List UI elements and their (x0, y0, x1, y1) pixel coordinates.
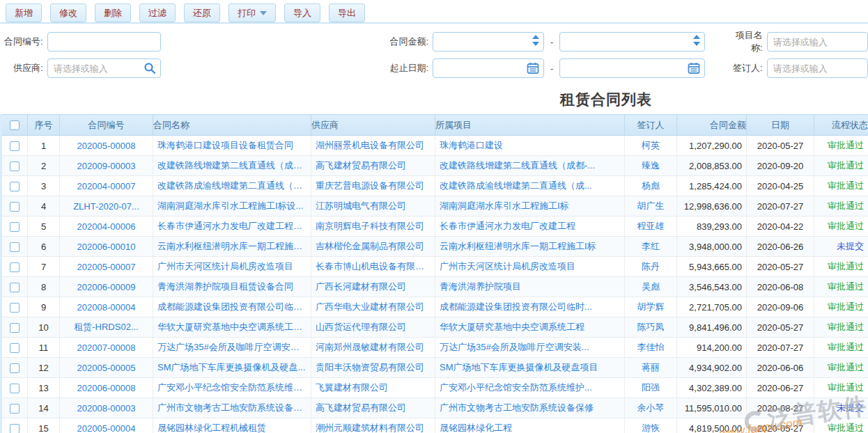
cell-signer[interactable]: 程亚雄 (625, 216, 677, 237)
cell-contract-name[interactable]: 广州市天河区统计局机房改造项目 (153, 257, 311, 277)
cell-project[interactable]: 改建铁路成渝线增建第二直通线（成... (435, 176, 625, 196)
cell-signer[interactable]: 胡学辉 (625, 297, 677, 317)
cell-supplier[interactable]: 贵阳丰沃物资贸易有限公司 (311, 358, 435, 378)
cell-project[interactable]: 广州市天河区统计局机房改造项目 (435, 257, 625, 277)
table-row[interactable]: 10租赁-HRDS02...华软大厦研究基地中央空调系统工程...山西货运代理有… (1, 317, 868, 338)
cell-contract-code[interactable]: 202005-00008 (60, 136, 153, 156)
table-row[interactable]: 11202007-00008万达广场35#会所及咖啡厅空调安装...河南郑州晟敏… (1, 338, 868, 358)
cell-project[interactable]: 万达广场35#会所及咖啡厅空调安装... (435, 338, 625, 358)
cell-supplier[interactable]: 高飞建材贸易有限公司 (311, 156, 435, 176)
cell-contract-code[interactable]: 202006-00009 (60, 277, 153, 297)
cell-signer[interactable]: 吴彪 (625, 277, 677, 297)
cell-contract-name[interactable]: 华软大厦研究基地中央空调系统工程... (153, 317, 311, 338)
cell-flow-status[interactable]: 审批通过 (814, 317, 868, 338)
row-checkbox[interactable] (10, 404, 20, 414)
cell-contract-code[interactable]: 202005-00007 (60, 257, 153, 277)
cell-contract-name[interactable]: 改建铁路成渝线增建第二直通线（成... (153, 176, 311, 196)
contract-no-input[interactable] (47, 32, 161, 52)
row-checkbox[interactable] (10, 384, 20, 393)
table-row[interactable]: 3202004-00007改建铁路成渝线增建第二直通线（成...重庆艺普电源设备… (1, 176, 868, 196)
row-checkbox[interactable] (10, 363, 20, 373)
cell-flow-status[interactable]: 审批通过 (814, 378, 868, 398)
cell-contract-code[interactable]: 202008-00004 (60, 297, 153, 317)
row-checkbox[interactable] (10, 283, 20, 292)
row-checkbox[interactable] (10, 182, 20, 191)
table-row[interactable]: 12202005-00005SM广场地下车库更换摄像机及硬盘...贵阳丰沃物资贸… (1, 358, 868, 378)
cell-flow-status[interactable]: 审批通过 (814, 358, 868, 378)
row-checkbox[interactable] (10, 262, 20, 272)
table-row[interactable]: 5202004-00006长春市伊通河水力发电厂改建工程租...南京明辉电子科技… (1, 216, 868, 237)
project-name-input[interactable] (767, 32, 868, 52)
table-row[interactable]: 13202006-00008广安邓小平纪念馆安全防范系统维护...飞翼建材有限公… (1, 378, 868, 398)
export-button[interactable]: 导出 (329, 3, 365, 22)
cell-contract-name[interactable]: 广州市文物考古工地安防系统设备保修 (153, 398, 311, 418)
cell-contract-code[interactable]: 202006-00008 (60, 378, 153, 398)
cell-contract-code[interactable]: 202004-00006 (60, 216, 153, 237)
cell-contract-name[interactable]: 广安邓小平纪念馆安全防范系统维护... (153, 378, 311, 398)
amount-to-input[interactable] (559, 32, 705, 52)
cell-project[interactable]: 改建铁路线增建第二线直通线（成都-... (435, 156, 625, 176)
row-checkbox[interactable] (10, 222, 20, 232)
date-to-input[interactable] (559, 58, 705, 78)
table-row[interactable]: 7202005-00007广州市天河区统计局机房改造项目长春市博山机电设备有限公… (1, 257, 868, 277)
cell-supplier[interactable]: 潮州元顺建筑材料有限公司 (311, 418, 435, 433)
cell-project[interactable]: 成都能源建设集团投资有限公司临时... (435, 297, 625, 317)
table-row[interactable]: 8202006-00009青海洪湖养护院项目租赁设备合同广西长河建材有限公司青海… (1, 277, 868, 297)
cell-project[interactable]: SM广场地下车库更换摄像机及硬盘项目 (435, 358, 625, 378)
table-row[interactable]: 6202006-00010云南水利枢纽潜明水库一期工程施工...吉林楷伦金属制品… (1, 237, 868, 257)
cell-project[interactable]: 湖南洞庭湖水库引水工程施工I标 (435, 196, 625, 216)
table-row[interactable]: 9202008-00004成都能源建设集团投资有限公司临时...广西华电大业建材… (1, 297, 868, 317)
cell-contract-name[interactable]: SM广场地下车库更换摄像机及硬盘... (153, 358, 311, 378)
cell-project[interactable]: 华软大厦研究基地中央空调系统工程 (435, 317, 625, 338)
cell-supplier[interactable]: 高飞建材贸易有限公司 (311, 398, 435, 418)
amount-from-input[interactable] (433, 32, 544, 52)
select-all-checkbox[interactable] (10, 120, 20, 130)
cell-signer[interactable]: 李佳怡 (625, 338, 677, 358)
cell-flow-status[interactable]: 审批通过 (814, 216, 868, 237)
cell-contract-code[interactable]: 202008-00003 (60, 398, 153, 418)
cell-flow-status[interactable]: 审批通过 (814, 338, 868, 358)
cell-project[interactable]: 长春市伊通河水力发电厂改建工程 (435, 216, 625, 237)
amount-to-stepper[interactable] (693, 35, 700, 46)
row-checkbox[interactable] (10, 162, 20, 171)
cell-signer[interactable]: 胡广生 (625, 196, 677, 216)
cell-signer[interactable]: 蒋丽 (625, 358, 677, 378)
calendar-icon[interactable] (527, 62, 539, 74)
cell-supplier[interactable]: 长春市博山机电设备有限公司 (311, 257, 435, 277)
row-checkbox[interactable] (10, 202, 20, 212)
cell-flow-status[interactable]: 审批通过 (814, 257, 868, 277)
table-row[interactable]: 15202005-00004晟铭园林绿化工程机械租赁潮州元顺建筑材料有限公司晟铭… (1, 418, 868, 433)
table-row[interactable]: 4ZLHT-2020-07...湖南洞庭湖水库引水工程施工I标设...江苏明城电… (1, 196, 868, 216)
cell-flow-status[interactable]: 审批通过 (814, 156, 868, 176)
cell-contract-code[interactable]: 202004-00007 (60, 176, 153, 196)
filter-button[interactable]: 过滤 (139, 3, 176, 22)
row-checkbox[interactable] (10, 242, 20, 252)
signer-input[interactable] (767, 58, 868, 78)
cell-contract-name[interactable]: 青海洪湖养护院项目租赁设备合同 (153, 277, 311, 297)
table-row[interactable]: 14202008-00003广州市文物考古工地安防系统设备保修高飞建材贸易有限公… (1, 398, 868, 418)
edit-button[interactable]: 修改 (50, 3, 86, 22)
cell-supplier[interactable]: 山西货运代理有限公司 (311, 317, 435, 338)
row-checkbox[interactable] (10, 303, 20, 313)
cell-contract-name[interactable]: 云南水利枢纽潜明水库一期工程施工... (153, 237, 311, 257)
cell-signer[interactable]: 游恢 (625, 418, 677, 433)
spinner-up-icon[interactable] (693, 35, 700, 39)
print-button[interactable]: 打印 (228, 3, 276, 22)
cell-supplier[interactable]: 南京明辉电子科技有限公司 (311, 216, 435, 237)
cell-supplier[interactable]: 吉林楷伦金属制品有限公司 (311, 237, 435, 257)
restore-button[interactable]: 还原 (184, 3, 220, 22)
cell-contract-code[interactable]: 202005-00004 (60, 418, 153, 433)
cell-contract-code[interactable]: 202005-00005 (60, 358, 153, 378)
cell-signer[interactable]: 阳强 (625, 378, 677, 398)
cell-signer[interactable]: 陈丹 (625, 257, 677, 277)
import-button[interactable]: 导入 (284, 3, 320, 22)
row-checkbox[interactable] (10, 424, 20, 433)
cell-contract-name[interactable]: 改建铁路线增建第二线直通线（成都... (153, 156, 311, 176)
table-row[interactable]: 2202009-00003改建铁路线增建第二线直通线（成都...高飞建材贸易有限… (1, 156, 868, 176)
cell-project[interactable]: 晟铭园林绿化工程 (435, 418, 625, 433)
cell-project[interactable]: 云南水利枢纽潜明水库一期工程施工I标 (435, 237, 625, 257)
cell-project[interactable]: 广安邓小平纪念馆安全防范系统维护... (435, 378, 625, 398)
cell-project[interactable]: 广州市文物考古工地安防系统设备保修 (435, 398, 625, 418)
cell-flow-status[interactable]: 审批通过 (814, 176, 868, 196)
row-checkbox[interactable] (10, 343, 20, 353)
